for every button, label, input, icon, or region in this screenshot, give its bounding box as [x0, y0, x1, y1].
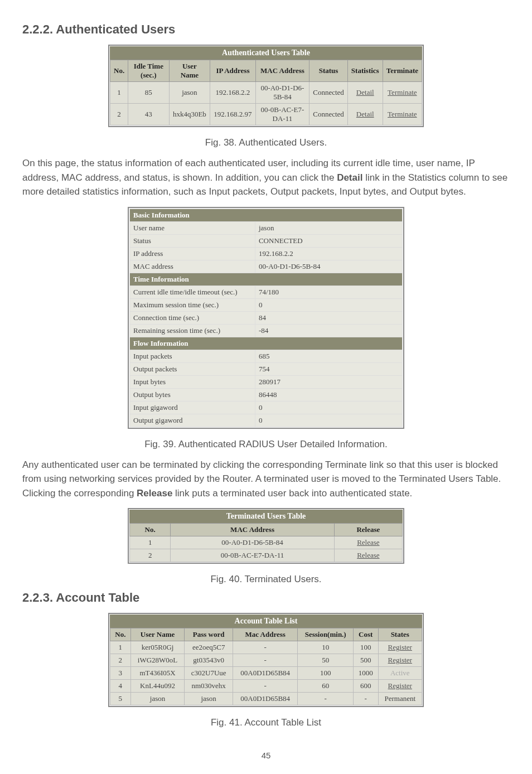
- detail-key: Connection time (sec.): [130, 311, 255, 324]
- fig41-caption: Fig. 41. Account Table List: [22, 717, 510, 728]
- permanent-state: Permanent: [378, 693, 422, 705]
- cell-no: 2: [130, 549, 171, 562]
- detail-val: 74/180: [255, 286, 402, 298]
- cell-cost: -: [353, 693, 378, 705]
- detail-key: Remaining session time (sec.): [130, 324, 255, 337]
- cell-mac: 00-0B-AC-E7-DA-11: [171, 549, 334, 562]
- cell-pass: jason: [185, 693, 233, 705]
- detail-val: CONNECTED: [255, 234, 402, 247]
- cell-user: iWG28W0oL: [130, 654, 185, 667]
- detail-link[interactable]: Detail: [356, 88, 374, 96]
- table-row: 4 KnL44u092 nm030vehx - 60 600 Register: [110, 680, 422, 693]
- cell-session: 50: [298, 654, 354, 667]
- table-caption: Terminated Users Table: [129, 510, 403, 523]
- active-state: Active: [390, 669, 410, 677]
- time-info-header: Time Information: [130, 273, 403, 286]
- table-row: 1 00-A0-D1-D6-5B-84 Release: [130, 536, 403, 549]
- detail-link[interactable]: Detail: [356, 110, 374, 118]
- auth-users-table-box: Authenticated Users Table No. Idle Time …: [108, 45, 424, 127]
- detail-val: jason: [255, 221, 402, 234]
- basic-info-header: Basic Information: [130, 209, 403, 221]
- cell-pass: ee2oeq5C7: [185, 641, 233, 654]
- detail-key: MAC address: [130, 260, 255, 273]
- detail-key: User name: [130, 221, 255, 234]
- cell-mac: 00A0D1D65B84: [233, 667, 298, 680]
- cell-session: 100: [298, 667, 354, 680]
- detail-key: Output bytes: [130, 388, 255, 401]
- release-link[interactable]: Release: [357, 538, 379, 546]
- detail-table-box: Basic Information User namejason StatusC…: [128, 207, 404, 429]
- account-table: Account Table List No. User Name Pass wo…: [110, 615, 422, 705]
- fig40-caption: Fig. 40. Terminated Users.: [22, 574, 510, 585]
- release-link[interactable]: Release: [357, 551, 379, 559]
- col-mac: MAC Address: [171, 524, 334, 536]
- flow-info-header: Flow Information: [130, 337, 403, 350]
- paragraph-2: Any authenticated user can be terminated…: [22, 458, 510, 501]
- cell-status: Connected: [309, 104, 348, 125]
- cell-user: mT436I05X: [130, 667, 185, 680]
- col-ip: IP Address: [210, 60, 255, 82]
- col-user: User Name: [169, 60, 210, 82]
- cell-mac: -: [233, 641, 298, 654]
- detail-val: 0: [255, 401, 402, 414]
- col-no: No.: [110, 60, 128, 82]
- cell-idle: 43: [128, 104, 169, 125]
- cell-no: 2: [110, 654, 131, 667]
- cell-no: 2: [110, 104, 128, 125]
- cell-user: ker05R0Gj: [130, 641, 185, 654]
- cell-cost: 600: [353, 680, 378, 693]
- detail-val: 685: [255, 350, 402, 362]
- detail-table: Basic Information User namejason StatusC…: [129, 209, 403, 427]
- cell-session: 60: [298, 680, 354, 693]
- col-cost: Cost: [353, 628, 378, 641]
- col-status: Status: [309, 60, 348, 82]
- cell-cost: 1000: [353, 667, 378, 680]
- col-no: No.: [110, 628, 131, 641]
- terminated-users-table: Terminated Users Table No. MAC Address R…: [129, 510, 403, 562]
- table-row: 3 mT436I05X c302U7Uue 00A0D1D65B84 100 1…: [110, 667, 422, 680]
- cell-user: hxk4q30Eb: [169, 104, 210, 125]
- section-heading-222: 2.2.2. Authenticated Users: [22, 22, 510, 37]
- col-mac: MAC Address: [255, 60, 309, 82]
- detail-val: -84: [255, 324, 402, 337]
- register-link[interactable]: Register: [388, 656, 412, 664]
- cell-no: 3: [110, 667, 131, 680]
- col-term: Terminate: [383, 60, 422, 82]
- cell-mac: 00-A0-D1-D6-5B-84: [255, 82, 309, 104]
- register-link[interactable]: Register: [388, 681, 412, 690]
- cell-cost: 500: [353, 654, 378, 667]
- col-states: States: [378, 628, 422, 641]
- register-link[interactable]: Register: [388, 643, 412, 651]
- detail-val: 754: [255, 362, 402, 375]
- cell-ip: 192.168.2.97: [210, 104, 255, 125]
- col-release: Release: [334, 524, 402, 536]
- detail-key: Current idle time/idle timeout (sec.): [130, 286, 255, 298]
- cell-mac: -: [233, 680, 298, 693]
- col-session: Session(min.): [298, 628, 354, 641]
- fig38-caption: Fig. 38. Authenticated Users.: [22, 137, 510, 148]
- cell-mac: 00A0D1D65B84: [233, 693, 298, 705]
- table-row: 2 43 hxk4q30Eb 192.168.2.97 00-0B-AC-E7-…: [110, 104, 422, 125]
- table-caption: Authenticated Users Table: [110, 46, 422, 60]
- table-row: 2 iWG28W0oL gt03543v0 - 50 500 Register: [110, 654, 422, 667]
- detail-val: 0: [255, 298, 402, 311]
- detail-val: 0: [255, 414, 402, 427]
- detail-val: 280917: [255, 375, 402, 388]
- col-mac: Mac Address: [233, 628, 298, 641]
- cell-no: 1: [110, 82, 128, 104]
- cell-status: Connected: [309, 82, 348, 104]
- terminate-link[interactable]: Terminate: [388, 110, 417, 118]
- terminate-link[interactable]: Terminate: [388, 88, 417, 96]
- cell-user: jason: [130, 693, 185, 705]
- detail-val: 00-A0-D1-D6-5B-84: [255, 260, 402, 273]
- table-caption: Account Table List: [110, 615, 422, 628]
- cell-pass: c302U7Uue: [185, 667, 233, 680]
- cell-pass: nm030vehx: [185, 680, 233, 693]
- paragraph-1: On this page, the status information of …: [22, 156, 510, 199]
- cell-no: 1: [110, 641, 131, 654]
- cell-no: 1: [130, 536, 171, 549]
- para2-text-b: link puts a terminated user back into au…: [172, 488, 412, 499]
- cell-session: 10: [298, 641, 354, 654]
- col-pass: Pass word: [185, 628, 233, 641]
- terminated-users-table-box: Terminated Users Table No. MAC Address R…: [128, 508, 404, 564]
